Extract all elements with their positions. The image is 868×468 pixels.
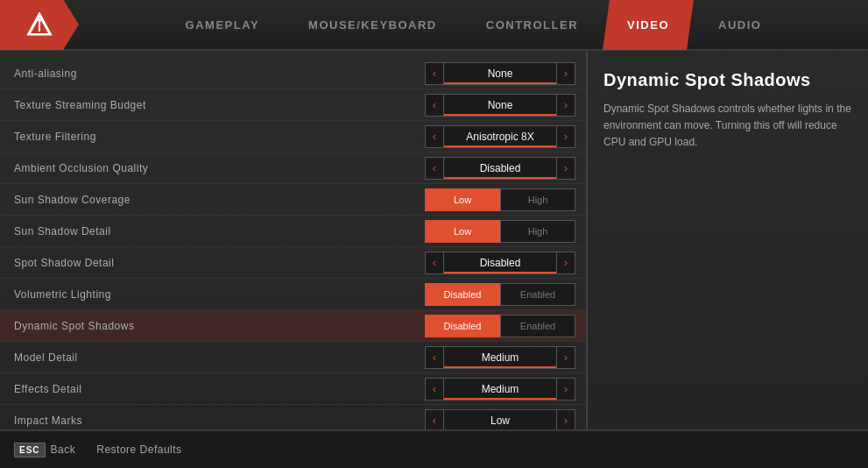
arrow-left-anti-aliasing[interactable]: ‹: [425, 62, 444, 85]
arrow-right-texture-streaming[interactable]: ›: [556, 94, 575, 117]
arrow-left-texture-streaming[interactable]: ‹: [425, 94, 444, 117]
arrow-value-ambient-occlusion: Disabled: [444, 157, 556, 180]
setting-row-effects-detail: Effects Detail ‹ Medium ›: [0, 373, 586, 405]
toggle-right-volumetric-lighting[interactable]: Enabled: [500, 283, 575, 306]
tab-mouse-keyboard[interactable]: MOUSE/KEYBOARD: [284, 0, 462, 50]
arrow-left-impact-marks[interactable]: ‹: [425, 409, 444, 430]
main-content: Anti-aliasing ‹ None › Texture Streaming…: [0, 51, 868, 429]
arrow-right-model-detail[interactable]: ›: [556, 346, 575, 369]
toggle-right-sun-shadow-detail[interactable]: High: [500, 220, 575, 243]
setting-label-anti-aliasing: Anti-aliasing: [14, 67, 425, 80]
arrow-right-anti-aliasing[interactable]: ›: [556, 62, 575, 85]
arrow-value-impact-marks: Low: [444, 409, 556, 430]
tab-audio[interactable]: AUDIO: [694, 0, 786, 50]
info-description: Dynamic Spot Shadows controls whether li…: [603, 101, 852, 152]
toggle-right-dynamic-spot-shadows[interactable]: Enabled: [500, 315, 575, 337]
setting-row-anti-aliasing: Anti-aliasing ‹ None ›: [0, 58, 586, 89]
toggle-left-dynamic-spot-shadows[interactable]: Disabled: [425, 315, 500, 337]
setting-label-model-detail: Model Detail: [14, 351, 425, 364]
setting-control-dynamic-spot-shadows: Disabled Enabled: [425, 315, 575, 337]
arrow-value-effects-detail: Medium: [444, 378, 556, 401]
arrow-value-model-detail: Medium: [444, 346, 556, 369]
arrow-left-model-detail[interactable]: ‹: [425, 346, 444, 369]
bottom-bar: ESC Back Restore Defaults: [0, 429, 868, 468]
setting-control-impact-marks: ‹ Low ›: [425, 409, 575, 430]
setting-row-impact-marks: Impact Marks ‹ Low ›: [0, 405, 586, 429]
setting-row-volumetric-lighting: Volumetric Lighting Disabled Enabled: [0, 279, 586, 310]
toggle-left-sun-shadow-coverage[interactable]: Low: [425, 188, 500, 211]
tab-video[interactable]: VIDEO: [603, 0, 694, 50]
setting-row-sun-shadow-detail: Sun Shadow Detail Low High: [0, 216, 586, 247]
setting-row-texture-streaming: Texture Streaming Budget ‹ None ›: [0, 89, 586, 121]
info-title: Dynamic Spot Shadows: [603, 70, 852, 90]
setting-control-model-detail: ‹ Medium ›: [425, 346, 575, 369]
info-panel: Dynamic Spot Shadows Dynamic Spot Shadow…: [588, 51, 868, 429]
setting-label-ambient-occlusion: Ambient Occlusion Quality: [14, 162, 425, 174]
setting-label-texture-filtering: Texture Filtering: [14, 131, 425, 143]
setting-control-effects-detail: ‹ Medium ›: [425, 378, 575, 401]
bottom-restore-item: Restore Defaults: [96, 443, 181, 456]
setting-row-ambient-occlusion: Ambient Occlusion Quality ‹ Disabled ›: [0, 152, 586, 184]
tab-gameplay[interactable]: GAMEPLAY: [161, 0, 284, 50]
arrow-right-spot-shadow-detail[interactable]: ›: [556, 252, 575, 274]
setting-label-sun-shadow-coverage: Sun Shadow Coverage: [14, 194, 425, 206]
setting-label-dynamic-spot-shadows: Dynamic Spot Shadows: [14, 320, 425, 332]
tab-controller[interactable]: CONTROLLER: [462, 0, 603, 50]
setting-label-effects-detail: Effects Detail: [14, 383, 425, 395]
setting-row-sun-shadow-coverage: Sun Shadow Coverage Low High: [0, 184, 586, 216]
toggle-left-volumetric-lighting[interactable]: Disabled: [425, 283, 500, 306]
header: GAMEPLAY MOUSE/KEYBOARD CONTROLLER VIDEO…: [0, 0, 868, 51]
toggle-right-sun-shadow-coverage[interactable]: High: [500, 188, 575, 211]
setting-label-sun-shadow-detail: Sun Shadow Detail: [14, 225, 425, 238]
setting-label-volumetric-lighting: Volumetric Lighting: [14, 288, 425, 301]
setting-label-texture-streaming: Texture Streaming Budget: [14, 99, 425, 111]
setting-row-texture-filtering: Texture Filtering ‹ Anisotropic 8X ›: [0, 121, 586, 152]
setting-control-texture-filtering: ‹ Anisotropic 8X ›: [425, 125, 575, 148]
setting-control-ambient-occlusion: ‹ Disabled ›: [425, 157, 575, 180]
setting-control-texture-streaming: ‹ None ›: [425, 94, 575, 117]
setting-row-dynamic-spot-shadows: Dynamic Spot Shadows Disabled Enabled: [0, 310, 586, 342]
arrow-left-spot-shadow-detail[interactable]: ‹: [425, 252, 444, 274]
apex-logo-icon: [24, 9, 55, 40]
restore-defaults-label[interactable]: Restore Defaults: [96, 443, 181, 456]
settings-panel: Anti-aliasing ‹ None › Texture Streaming…: [0, 51, 588, 429]
arrow-left-ambient-occlusion[interactable]: ‹: [425, 157, 444, 180]
svg-point-3: [38, 18, 41, 22]
esc-badge: ESC: [14, 443, 46, 457]
arrow-value-spot-shadow-detail: Disabled: [444, 252, 556, 274]
logo: [0, 0, 79, 50]
arrow-value-texture-streaming: None: [444, 94, 556, 117]
setting-control-volumetric-lighting: Disabled Enabled: [425, 283, 575, 306]
setting-control-anti-aliasing: ‹ None ›: [425, 62, 575, 85]
setting-row-spot-shadow-detail: Spot Shadow Detail ‹ Disabled ›: [0, 247, 586, 279]
back-label[interactable]: Back: [51, 443, 76, 456]
bottom-back-item: ESC Back: [14, 443, 75, 457]
setting-label-impact-marks: Impact Marks: [14, 415, 425, 427]
nav-tabs: GAMEPLAY MOUSE/KEYBOARD CONTROLLER VIDEO…: [79, 0, 868, 49]
arrow-value-anti-aliasing: None: [444, 62, 556, 85]
arrow-left-effects-detail[interactable]: ‹: [425, 378, 444, 401]
arrow-right-ambient-occlusion[interactable]: ›: [556, 157, 575, 180]
arrow-right-effects-detail[interactable]: ›: [556, 378, 575, 401]
setting-control-sun-shadow-coverage: Low High: [425, 188, 575, 211]
setting-row-model-detail: Model Detail ‹ Medium ›: [0, 342, 586, 373]
arrow-right-texture-filtering[interactable]: ›: [556, 125, 575, 148]
arrow-right-impact-marks[interactable]: ›: [556, 409, 575, 430]
setting-control-sun-shadow-detail: Low High: [425, 220, 575, 243]
arrow-value-texture-filtering: Anisotropic 8X: [444, 125, 556, 148]
toggle-left-sun-shadow-detail[interactable]: Low: [425, 220, 500, 243]
setting-control-spot-shadow-detail: ‹ Disabled ›: [425, 252, 575, 274]
arrow-left-texture-filtering[interactable]: ‹: [425, 125, 444, 148]
setting-label-spot-shadow-detail: Spot Shadow Detail: [14, 257, 425, 269]
